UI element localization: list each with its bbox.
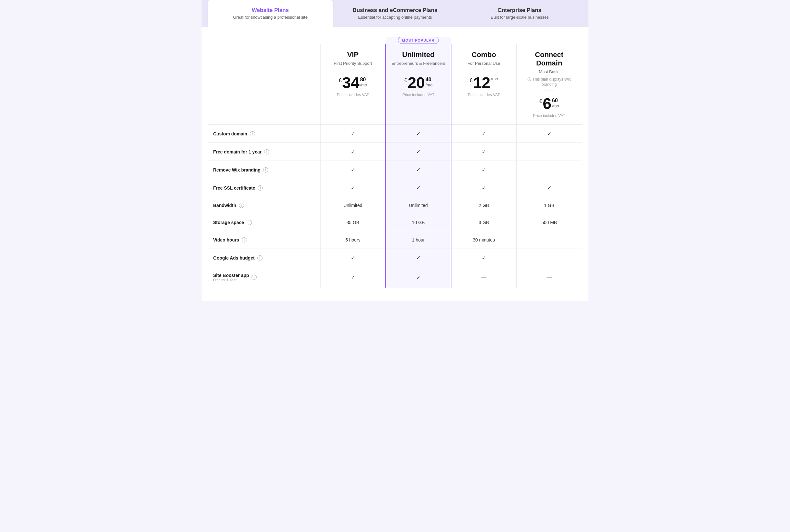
- feature-label-inner-8: Site Booster app Free for 1 Year i: [213, 273, 315, 282]
- checkmark-icon-2-vip: ✓: [351, 167, 355, 172]
- feature-cell-6-vip: 5 hours: [320, 231, 385, 249]
- feature-cell-8-unlimited: ✓: [385, 267, 451, 288]
- feature-cell-1-connect: —: [516, 143, 582, 161]
- feature-cell-4-vip: Unlimited: [320, 197, 385, 214]
- dash-icon-8-connect: —: [547, 274, 552, 280]
- feature-label-0: Custom domain: [213, 131, 247, 136]
- feature-cell-1-vip: ✓: [320, 143, 385, 161]
- plan-name-connect: Connect Domain: [521, 51, 577, 68]
- feature-cell-6-unlimited: 1 hour: [385, 231, 451, 249]
- feature-cell-7-vip: ✓: [320, 249, 385, 267]
- feature-value-5-unlimited: 10 GB: [412, 220, 425, 225]
- feature-cell-1-combo: ✓: [451, 143, 516, 161]
- feature-cell-4-connect: 1 GB: [516, 197, 582, 214]
- checkmark-icon-3-combo: ✓: [482, 185, 486, 191]
- feature-value-6-unlimited: 1 hour: [412, 237, 425, 243]
- feature-label-cell-5: Storage space i: [208, 214, 321, 231]
- empty-cell-combo: [451, 37, 516, 44]
- checkmark-icon-2-combo: ✓: [482, 167, 486, 172]
- feature-cell-0-unlimited: ✓: [385, 125, 451, 143]
- feature-value-6-combo: 30 minutes: [473, 237, 495, 243]
- empty-cell-feature: [208, 37, 321, 44]
- info-icon-5[interactable]: i: [247, 220, 252, 225]
- feature-value-5-vip: 35 GB: [346, 220, 359, 225]
- feature-label-inner-3: Free SSL certificate i: [213, 185, 315, 191]
- price-decimal-block-unlimited: 40 /mo: [426, 76, 433, 88]
- price-divider-combo: [479, 70, 489, 70]
- price-decimal-connect: 60: [552, 97, 558, 103]
- price-container-unlimited: € 20 40 /mo Price includes VAT: [391, 75, 446, 97]
- price-line-unlimited: € 20 40 /mo: [391, 75, 446, 91]
- checkmark-icon-3-connect: ✓: [547, 185, 551, 191]
- feature-label-inner-2: Remove Wix branding i: [213, 167, 315, 172]
- most-popular-cell: MOST POPULAR: [385, 37, 451, 44]
- feature-cell-3-combo: ✓: [451, 179, 516, 197]
- main-content: MOST POPULAR VIP First Priority Support …: [202, 27, 588, 301]
- plan-subtitle-unlimited: Entrepreneurs & Freelancers: [391, 61, 446, 66]
- price-vat-vip: Price includes VAT: [325, 93, 380, 97]
- tab-website[interactable]: Website Plans Great for showcasing a pro…: [208, 0, 333, 27]
- most-popular-badge: MOST POPULAR: [398, 37, 439, 44]
- feature-label-7: Google Ads budget: [213, 255, 255, 261]
- plan-header-combo: Combo For Personal Use € 12 /mo Price in…: [451, 44, 516, 125]
- plan-header-connect: Connect Domain Most Basic ⓘ This plan di…: [516, 44, 582, 125]
- info-icon-3[interactable]: i: [258, 185, 263, 191]
- price-container-combo: € 12 /mo Price includes VAT: [456, 75, 511, 97]
- feature-cell-2-vip: ✓: [320, 161, 385, 179]
- feature-cell-4-unlimited: Unlimited: [385, 197, 451, 214]
- tab-business[interactable]: Business and eCommerce Plans Essential f…: [333, 0, 457, 27]
- feature-label-cell-3: Free SSL certificate i: [208, 179, 321, 197]
- info-icon-7[interactable]: i: [257, 255, 262, 261]
- info-icon-0[interactable]: i: [250, 131, 255, 136]
- feature-label-cell-6: Video hours i: [208, 231, 321, 249]
- info-icon-8[interactable]: i: [251, 275, 257, 280]
- feature-cell-2-connect: —: [516, 161, 582, 179]
- feature-label-cell-7: Google Ads budget i: [208, 249, 321, 267]
- info-icon-4[interactable]: i: [239, 203, 244, 208]
- checkmark-icon-1-vip: ✓: [351, 149, 355, 154]
- feature-value-5-connect: 500 MB: [541, 220, 557, 225]
- feature-label-8: Site Booster app: [213, 273, 249, 278]
- price-decimal-vip: 80: [360, 76, 366, 82]
- price-period-combo: /mo: [491, 76, 498, 81]
- dash-icon-2-connect: —: [547, 167, 552, 172]
- feature-cell-6-connect: —: [516, 231, 582, 249]
- plan-header-vip: VIP First Priority Support € 34 80 /mo P…: [320, 44, 385, 125]
- feature-value-5-combo: 3 GB: [479, 220, 489, 225]
- price-divider-unlimited: [413, 70, 423, 70]
- price-main-connect: 6: [543, 96, 551, 112]
- feature-label-inner-0: Custom domain i: [213, 131, 315, 136]
- price-divider-vip: [348, 70, 358, 70]
- empty-cell-connect: [516, 37, 582, 44]
- info-icon-2[interactable]: i: [263, 167, 268, 172]
- feature-label-inner-7: Google Ads budget i: [213, 255, 315, 261]
- tabs-container: Website Plans Great for showcasing a pro…: [202, 0, 588, 27]
- tab-enterprise[interactable]: Enterprise Plans Built for large-scale b…: [457, 0, 582, 27]
- feature-label-3: Free SSL certificate: [213, 185, 255, 191]
- feature-cell-8-connect: —: [516, 267, 582, 288]
- checkmark-icon-0-connect: ✓: [547, 131, 551, 136]
- plan-subtitle-connect: Most Basic: [521, 69, 577, 74]
- feature-row-8: Site Booster app Free for 1 Year i ✓✓——: [208, 267, 582, 288]
- price-line-combo: € 12 /mo: [456, 75, 511, 91]
- feature-value-4-unlimited: Unlimited: [409, 203, 428, 208]
- plan-name-vip: VIP: [325, 51, 380, 59]
- feature-label-cell-0: Custom domain i: [208, 125, 321, 143]
- info-icon-6[interactable]: i: [242, 237, 247, 243]
- feature-row-0: Custom domain i ✓✓✓✓: [208, 125, 582, 143]
- pricing-table: MOST POPULAR VIP First Priority Support …: [208, 36, 582, 288]
- price-currency-vip: €: [339, 78, 341, 83]
- checkmark-icon-7-combo: ✓: [482, 255, 486, 261]
- checkmark-icon-8-vip: ✓: [351, 275, 355, 280]
- dash-icon-8-combo: —: [481, 274, 486, 280]
- price-vat-combo: Price includes VAT: [456, 93, 511, 97]
- tab-website-title: Website Plans: [218, 7, 323, 14]
- feature-cell-0-connect: ✓: [516, 125, 582, 143]
- info-icon-1[interactable]: i: [264, 149, 269, 154]
- feature-row-5: Storage space i 35 GB10 GB3 GB500 MB: [208, 214, 582, 231]
- plan-subtitle-combo: For Personal Use: [456, 61, 511, 66]
- feature-value-4-vip: Unlimited: [343, 203, 362, 208]
- feature-label-4: Bandwidth: [213, 203, 236, 208]
- feature-cell-7-connect: —: [516, 249, 582, 267]
- tab-enterprise-subtitle: Built for large-scale businesses: [467, 15, 572, 20]
